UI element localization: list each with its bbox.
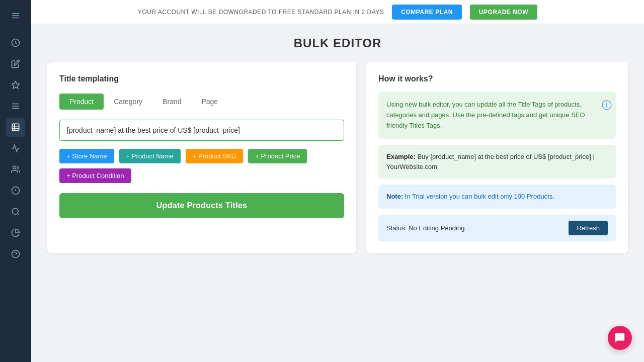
- sidebar-edit-icon[interactable]: [6, 54, 25, 73]
- tabs-container: Product Category Brand Page: [59, 94, 344, 110]
- svg-rect-8: [12, 124, 19, 131]
- sidebar-table-icon[interactable]: [6, 118, 25, 137]
- svg-point-16: [12, 208, 18, 214]
- sidebar-pie-icon[interactable]: [6, 223, 25, 242]
- page-body: BULK EDITOR ⓘ Title templating Product C…: [31, 24, 644, 362]
- svg-line-17: [17, 213, 19, 215]
- sidebar-alert-icon[interactable]: [6, 181, 25, 200]
- upgrade-now-button[interactable]: UPGRADE NOW: [470, 5, 537, 20]
- sidebar-menu-icon[interactable]: [6, 6, 25, 25]
- note-box: Note: In Trial version you can bulk edit…: [378, 185, 616, 209]
- info-icon[interactable]: ⓘ: [602, 99, 612, 112]
- template-input[interactable]: [59, 120, 344, 141]
- tab-category[interactable]: Category: [104, 94, 152, 110]
- left-panel: Title templating Product Category Brand …: [47, 62, 356, 253]
- example-label: Example:: [386, 153, 416, 160]
- note-text: In Trial version you can bulk edit only …: [405, 193, 554, 200]
- example-text: Buy [product_name] at the best price of …: [386, 153, 595, 170]
- sidebar-chart-icon[interactable]: [6, 139, 25, 158]
- product-condition-tag-button[interactable]: + Product Condition: [59, 168, 131, 183]
- page-title: BULK EDITOR: [47, 36, 628, 50]
- update-products-titles-button[interactable]: Update Products Titles: [59, 193, 344, 218]
- tab-product[interactable]: Product: [59, 94, 104, 110]
- right-panel: How it works? Using new bulk editor, you…: [366, 62, 628, 253]
- status-text: Status: No Editing Pending: [386, 224, 464, 232]
- sidebar-search-icon[interactable]: [6, 202, 25, 221]
- sidebar-help-icon[interactable]: [6, 244, 25, 263]
- tab-page[interactable]: Page: [191, 94, 228, 110]
- info-box: Using new bulk editor, you can update al…: [378, 92, 616, 139]
- example-box: Example: Buy [product_name] at the best …: [378, 145, 616, 178]
- chat-bubble-button[interactable]: [608, 326, 632, 350]
- tag-buttons-container: + Store Name + Product Name + Product SK…: [59, 149, 344, 183]
- sidebar-users-icon[interactable]: [6, 160, 25, 179]
- right-panel-title: How it works?: [378, 74, 616, 83]
- product-sku-tag-button[interactable]: + Product SKU: [186, 149, 243, 163]
- sidebar-star-icon[interactable]: [6, 75, 25, 95]
- sidebar-tag-icon[interactable]: [6, 97, 25, 116]
- sidebar: [0, 0, 31, 362]
- banner-text: YOUR ACCOUNT WILL BE DOWNGRADED TO FREE …: [138, 9, 384, 16]
- svg-marker-4: [12, 81, 20, 88]
- tab-brand[interactable]: Brand: [152, 94, 191, 110]
- status-box: Status: No Editing Pending Refresh: [378, 215, 616, 241]
- product-price-tag-button[interactable]: + Product Price: [248, 149, 307, 163]
- main-content: YOUR ACCOUNT WILL BE DOWNGRADED TO FREE …: [31, 0, 644, 362]
- content-area: ⓘ Title templating Product Category Bran…: [47, 62, 628, 253]
- sidebar-dashboard-icon[interactable]: [6, 33, 25, 52]
- compare-plan-button[interactable]: COMPARE PLAN: [392, 5, 461, 20]
- top-banner: YOUR ACCOUNT WILL BE DOWNGRADED TO FREE …: [31, 0, 644, 24]
- note-label: Note:: [386, 193, 403, 200]
- refresh-button[interactable]: Refresh: [569, 221, 608, 235]
- left-panel-title: Title templating: [59, 74, 344, 83]
- svg-point-12: [13, 166, 16, 169]
- product-name-tag-button[interactable]: + Product Name: [119, 149, 181, 163]
- store-name-tag-button[interactable]: + Store Name: [59, 149, 114, 163]
